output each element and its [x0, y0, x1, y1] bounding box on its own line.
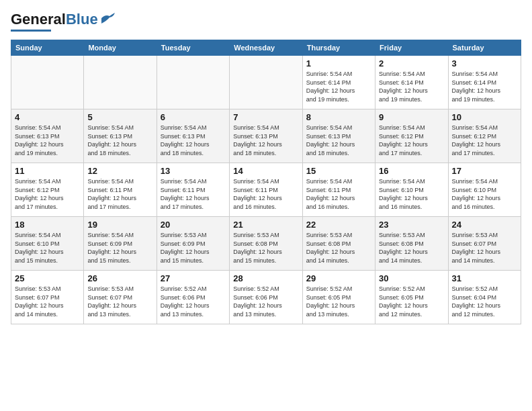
day-number: 4 [15, 112, 80, 122]
calendar-cell: 17Sunrise: 5:54 AM Sunset: 6:10 PM Dayli… [448, 163, 521, 217]
day-number: 27 [161, 273, 226, 283]
logo-general: General [11, 11, 66, 28]
calendar-week-row: 25Sunrise: 5:53 AM Sunset: 6:07 PM Dayli… [11, 271, 521, 324]
calendar-cell: 26Sunrise: 5:53 AM Sunset: 6:07 PM Dayli… [84, 271, 157, 324]
day-info: Sunrise: 5:53 AM Sunset: 6:09 PM Dayligh… [161, 231, 226, 265]
calendar-cell: 19Sunrise: 5:54 AM Sunset: 6:09 PM Dayli… [84, 217, 157, 271]
calendar-cell: 2Sunrise: 5:54 AM Sunset: 6:14 PM Daylig… [375, 56, 448, 109]
calendar-cell: 10Sunrise: 5:54 AM Sunset: 6:12 PM Dayli… [448, 109, 521, 163]
calendar-cell: 20Sunrise: 5:53 AM Sunset: 6:09 PM Dayli… [157, 217, 229, 271]
day-info: Sunrise: 5:54 AM Sunset: 6:12 PM Dayligh… [452, 124, 517, 157]
calendar-cell: 30Sunrise: 5:52 AM Sunset: 6:05 PM Dayli… [375, 271, 448, 324]
calendar-cell [157, 56, 229, 109]
day-number: 10 [452, 112, 517, 122]
day-info: Sunrise: 5:54 AM Sunset: 6:13 PM Dayligh… [161, 124, 226, 157]
logo-bird-icon [100, 13, 115, 24]
day-number: 9 [379, 112, 444, 122]
day-info: Sunrise: 5:54 AM Sunset: 6:13 PM Dayligh… [15, 124, 80, 157]
day-number: 14 [233, 166, 298, 176]
day-info: Sunrise: 5:54 AM Sunset: 6:11 PM Dayligh… [306, 177, 371, 211]
logo-text: GeneralBlue [11, 11, 98, 28]
day-info: Sunrise: 5:54 AM Sunset: 6:12 PM Dayligh… [15, 177, 80, 211]
day-info: Sunrise: 5:52 AM Sunset: 6:04 PM Dayligh… [452, 285, 517, 318]
day-info: Sunrise: 5:54 AM Sunset: 6:14 PM Dayligh… [452, 70, 517, 103]
day-number: 6 [161, 112, 226, 122]
calendar-cell: 9Sunrise: 5:54 AM Sunset: 6:12 PM Daylig… [375, 109, 448, 163]
day-info: Sunrise: 5:54 AM Sunset: 6:11 PM Dayligh… [161, 177, 226, 211]
day-number: 1 [306, 58, 371, 68]
calendar-cell [11, 56, 84, 109]
calendar-cell: 4Sunrise: 5:54 AM Sunset: 6:13 PM Daylig… [11, 109, 84, 163]
calendar-header-row: SundayMondayTuesdayWednesdayThursdayFrid… [11, 40, 521, 56]
day-header-friday: Friday [375, 40, 448, 56]
calendar-cell [230, 56, 302, 109]
day-number: 30 [379, 273, 444, 283]
day-number: 17 [452, 166, 517, 176]
day-info: Sunrise: 5:54 AM Sunset: 6:14 PM Dayligh… [379, 70, 444, 103]
day-info: Sunrise: 5:54 AM Sunset: 6:09 PM Dayligh… [87, 231, 152, 265]
day-number: 3 [452, 58, 517, 68]
day-number: 18 [15, 220, 80, 230]
day-info: Sunrise: 5:54 AM Sunset: 6:13 PM Dayligh… [233, 124, 298, 157]
day-number: 21 [233, 220, 298, 230]
day-info: Sunrise: 5:53 AM Sunset: 6:07 PM Dayligh… [87, 285, 152, 318]
day-info: Sunrise: 5:54 AM Sunset: 6:14 PM Dayligh… [306, 70, 371, 103]
logo-blue: Blue [66, 11, 98, 28]
calendar-cell: 16Sunrise: 5:54 AM Sunset: 6:10 PM Dayli… [375, 163, 448, 217]
calendar-week-row: 4Sunrise: 5:54 AM Sunset: 6:13 PM Daylig… [11, 109, 521, 163]
day-number: 24 [452, 220, 517, 230]
day-info: Sunrise: 5:54 AM Sunset: 6:12 PM Dayligh… [379, 124, 444, 157]
day-number: 12 [87, 166, 152, 176]
calendar-cell: 31Sunrise: 5:52 AM Sunset: 6:04 PM Dayli… [448, 271, 521, 324]
calendar-cell: 6Sunrise: 5:54 AM Sunset: 6:13 PM Daylig… [157, 109, 229, 163]
calendar-cell: 25Sunrise: 5:53 AM Sunset: 6:07 PM Dayli… [11, 271, 84, 324]
calendar-cell: 21Sunrise: 5:53 AM Sunset: 6:08 PM Dayli… [230, 217, 302, 271]
calendar-cell: 28Sunrise: 5:52 AM Sunset: 6:06 PM Dayli… [230, 271, 302, 324]
day-info: Sunrise: 5:53 AM Sunset: 6:08 PM Dayligh… [379, 231, 444, 265]
day-number: 13 [161, 166, 226, 176]
day-header-thursday: Thursday [302, 40, 375, 56]
day-info: Sunrise: 5:53 AM Sunset: 6:07 PM Dayligh… [15, 285, 80, 318]
day-info: Sunrise: 5:53 AM Sunset: 6:07 PM Dayligh… [452, 231, 517, 265]
calendar-cell: 22Sunrise: 5:53 AM Sunset: 6:08 PM Dayli… [302, 217, 375, 271]
day-info: Sunrise: 5:54 AM Sunset: 6:13 PM Dayligh… [306, 124, 371, 157]
day-number: 23 [379, 220, 444, 230]
calendar-cell: 29Sunrise: 5:52 AM Sunset: 6:05 PM Dayli… [302, 271, 375, 324]
calendar-cell: 5Sunrise: 5:54 AM Sunset: 6:13 PM Daylig… [84, 109, 157, 163]
calendar-cell: 12Sunrise: 5:54 AM Sunset: 6:11 PM Dayli… [84, 163, 157, 217]
calendar-cell: 24Sunrise: 5:53 AM Sunset: 6:07 PM Dayli… [448, 217, 521, 271]
day-header-monday: Monday [84, 40, 157, 56]
day-number: 7 [233, 112, 298, 122]
calendar-cell: 23Sunrise: 5:53 AM Sunset: 6:08 PM Dayli… [375, 217, 448, 271]
day-info: Sunrise: 5:52 AM Sunset: 6:06 PM Dayligh… [233, 285, 298, 318]
day-info: Sunrise: 5:54 AM Sunset: 6:10 PM Dayligh… [452, 177, 517, 211]
day-number: 15 [306, 166, 371, 176]
day-header-wednesday: Wednesday [230, 40, 302, 56]
day-info: Sunrise: 5:52 AM Sunset: 6:05 PM Dayligh… [379, 285, 444, 318]
logo-underline [11, 30, 51, 32]
calendar-cell: 14Sunrise: 5:54 AM Sunset: 6:11 PM Dayli… [230, 163, 302, 217]
calendar-cell: 15Sunrise: 5:54 AM Sunset: 6:11 PM Dayli… [302, 163, 375, 217]
calendar-cell: 1Sunrise: 5:54 AM Sunset: 6:14 PM Daylig… [302, 56, 375, 109]
calendar-week-row: 1Sunrise: 5:54 AM Sunset: 6:14 PM Daylig… [11, 56, 521, 109]
day-number: 28 [233, 273, 298, 283]
day-info: Sunrise: 5:53 AM Sunset: 6:08 PM Dayligh… [233, 231, 298, 265]
day-number: 29 [306, 273, 371, 283]
day-number: 22 [306, 220, 371, 230]
calendar-table: SundayMondayTuesdayWednesdayThursdayFrid… [11, 40, 521, 324]
day-info: Sunrise: 5:53 AM Sunset: 6:08 PM Dayligh… [306, 231, 371, 265]
day-info: Sunrise: 5:54 AM Sunset: 6:13 PM Dayligh… [87, 124, 152, 157]
day-number: 16 [379, 166, 444, 176]
calendar-cell: 27Sunrise: 5:52 AM Sunset: 6:06 PM Dayli… [157, 271, 229, 324]
day-number: 5 [87, 112, 152, 122]
day-header-saturday: Saturday [448, 40, 521, 56]
calendar-cell: 18Sunrise: 5:54 AM Sunset: 6:10 PM Dayli… [11, 217, 84, 271]
calendar-cell: 3Sunrise: 5:54 AM Sunset: 6:14 PM Daylig… [448, 56, 521, 109]
page-header: GeneralBlue [11, 11, 521, 32]
day-info: Sunrise: 5:52 AM Sunset: 6:06 PM Dayligh… [161, 285, 226, 318]
day-info: Sunrise: 5:54 AM Sunset: 6:11 PM Dayligh… [233, 177, 298, 211]
day-number: 2 [379, 58, 444, 68]
day-header-sunday: Sunday [11, 40, 84, 56]
calendar-week-row: 18Sunrise: 5:54 AM Sunset: 6:10 PM Dayli… [11, 217, 521, 271]
day-number: 19 [87, 220, 152, 230]
